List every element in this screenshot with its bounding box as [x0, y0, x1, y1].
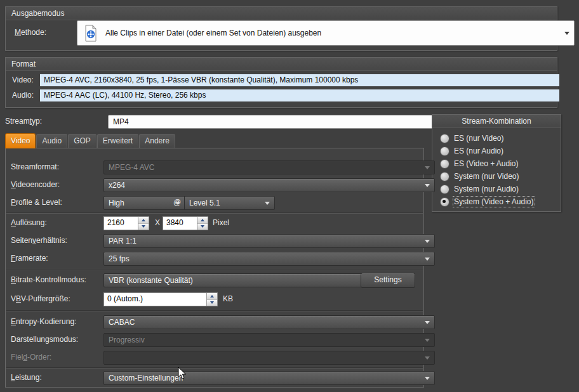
radio-icon — [440, 159, 449, 169]
vbv-buffer-label: VBV-Puffergröße: — [11, 292, 70, 305]
spin-down-button[interactable] — [197, 224, 208, 230]
output-file-icon — [84, 25, 98, 42]
radio-icon — [440, 147, 449, 156]
resolution-width-spinner — [138, 217, 149, 230]
resolution-label: Auflösung: — [11, 216, 47, 229]
display-mode-label: Darstellungsmodus: — [11, 333, 78, 346]
display-mode-select: Progressiv — [103, 333, 435, 347]
profile-level-label: Profile & Level: — [11, 196, 62, 209]
spin-up-icon — [201, 219, 204, 221]
separator — [6, 310, 423, 311]
performance-value: Custom-Einstellungen — [109, 374, 183, 382]
radio-label: ES (nur Video) — [454, 134, 504, 143]
aspect-select[interactable]: PAR 1:1 — [103, 234, 435, 248]
format-audio-label: Audio: — [12, 89, 34, 101]
spin-up-button[interactable] — [138, 217, 149, 224]
spin-down-icon — [201, 225, 204, 228]
resolution-width-value: 2160 — [104, 217, 138, 230]
display-mode-value: Progressiv — [109, 336, 145, 344]
tab-video[interactable]: Video — [5, 133, 36, 148]
separator — [6, 269, 423, 270]
radio-icon — [440, 185, 449, 194]
method-select[interactable]: Alle Clips in einer Datei (oder einem Se… — [77, 20, 575, 46]
level-select[interactable]: Level 5.1 — [184, 196, 275, 210]
vbv-buffer-value: 0 (Autom.) — [104, 293, 206, 306]
format-video-summary: MPEG-4 AVC, 2160x3840, 25 fps, 1-Pässe V… — [40, 74, 559, 86]
spin-down-icon — [142, 225, 145, 228]
radio-system-audio[interactable]: System (nur Audio) — [440, 183, 519, 195]
radio-system-video[interactable]: System (nur Video) — [440, 171, 519, 182]
vbv-buffer-spinner — [206, 293, 217, 306]
resolution-width-input[interactable]: 2160 — [103, 216, 149, 230]
framerate-label: Framerate: — [11, 252, 48, 265]
encoder-settings-window: Ausgabemodus Methode: Alle Clips in eine… — [0, 0, 579, 392]
streamformat-value: MPEG-4 AVC — [109, 163, 154, 172]
radio-icon — [440, 172, 449, 181]
radio-icon — [440, 134, 449, 143]
radio-es-video[interactable]: ES (nur Video) — [440, 133, 504, 144]
bitrate-mode-select[interactable]: VBR (konstante Qualität) — [103, 273, 376, 287]
framerate-value: 25 fps — [109, 254, 130, 263]
radio-es-audio[interactable]: ES (nur Audio) — [440, 145, 503, 157]
resolution-separator-label: X — [155, 216, 160, 229]
method-label: Methode: — [15, 26, 46, 39]
aspect-value: PAR 1:1 — [109, 237, 136, 245]
settings-button[interactable]: Settings — [361, 273, 415, 288]
format-group-title: Format — [6, 58, 557, 71]
stream-combination-group: Stream-Kombination ES (nur Video) ES (nu… — [432, 114, 561, 212]
field-order-select — [103, 351, 435, 365]
spin-up-button[interactable] — [197, 217, 208, 224]
spin-up-icon — [142, 219, 145, 221]
tab-gop[interactable]: GOP — [68, 134, 96, 148]
level-value: Level 5.1 — [189, 199, 220, 207]
streamformat-select: MPEG-4 AVC — [103, 160, 435, 174]
field-order-label: Field-Order: — [11, 351, 51, 363]
radio-label: System (nur Video) — [454, 172, 519, 181]
radio-es-video-audio[interactable]: ES (Video + Audio) — [440, 158, 519, 169]
encoder-value: x264 — [109, 181, 125, 190]
output-mode-group: Ausgabemodus Methode: Alle Clips in eine… — [5, 6, 557, 51]
format-group: Format Video: MPEG-4 AVC, 2160x3840, 25 … — [5, 57, 557, 108]
framerate-select[interactable]: 25 fps — [103, 252, 435, 266]
format-audio-summary: MPEG-4 AAC (LC), 44100 Hz, Stereo, 256 k… — [40, 89, 559, 101]
streamformat-label: Streamformat: — [11, 160, 59, 173]
radio-system-video-audio[interactable]: System (Video + Audio) — [440, 196, 534, 207]
performance-select[interactable]: Custom-Einstellungen — [103, 371, 435, 385]
separator — [6, 367, 423, 369]
entropy-select[interactable]: CABAC — [103, 315, 435, 329]
settings-tabs: Video Audio GOP Erweitert Andere — [5, 134, 176, 148]
vbv-unit-label: KB — [223, 292, 233, 305]
streamtype-label: Streamtyp: — [5, 115, 42, 127]
resolution-height-spinner — [197, 217, 208, 230]
bitrate-mode-label: Bitrate-Kontrollmodus: — [11, 273, 86, 286]
radio-label: System (nur Audio) — [454, 185, 519, 193]
tab-andere[interactable]: Andere — [139, 134, 175, 148]
bitrate-mode-value: VBR (konstante Qualität) — [109, 276, 193, 285]
aspect-label: Seitenverhältnis: — [11, 234, 67, 247]
streamtype-select[interactable]: MP4 — [108, 115, 442, 129]
encoder-select[interactable]: x264 — [103, 178, 435, 192]
video-tab-panel: Streamformat: MPEG-4 AVC Videoencoder: x… — [5, 148, 424, 388]
spin-down-button[interactable] — [138, 224, 149, 230]
radio-label: ES (nur Audio) — [454, 147, 503, 155]
spin-down-button[interactable] — [207, 300, 217, 306]
resolution-unit-label: Pixel — [213, 216, 229, 229]
spin-down-icon — [210, 301, 214, 304]
at-symbol: @ — [173, 196, 181, 209]
radio-label: System (Video + Audio) — [454, 197, 534, 206]
method-value: Alle Clips in einer Datei (oder einem Se… — [105, 29, 321, 37]
stream-combination-title: Stream-Kombination — [432, 115, 561, 128]
radio-label: ES (Video + Audio) — [454, 159, 519, 168]
tab-audio[interactable]: Audio — [36, 134, 67, 148]
resolution-height-value: 3840 — [163, 217, 197, 230]
performance-label: Leistung: — [11, 371, 42, 384]
spin-up-button[interactable] — [207, 293, 217, 300]
vbv-buffer-input[interactable]: 0 (Autom.) — [103, 292, 218, 306]
tab-erweitert[interactable]: Erweitert — [97, 134, 138, 148]
profile-value: High — [109, 199, 124, 207]
encoder-label: Videoencoder: — [11, 178, 60, 191]
radio-selected-icon — [440, 197, 449, 207]
entropy-label: Entropy-Kodierung: — [11, 315, 76, 328]
format-video-label: Video: — [12, 74, 34, 86]
resolution-height-input[interactable]: 3840 — [163, 216, 208, 230]
